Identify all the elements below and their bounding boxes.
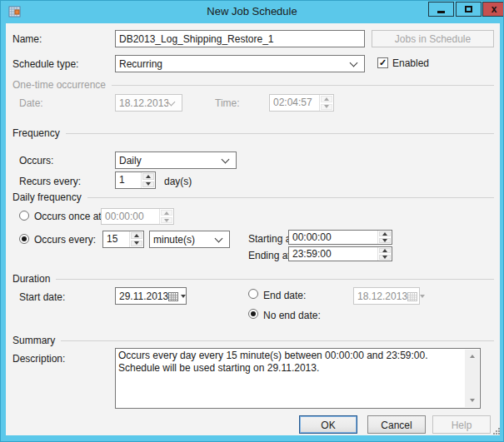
arrow-up-icon <box>470 355 475 358</box>
occurs-every-value: 15 <box>103 231 129 247</box>
summary-group-label: Summary <box>12 335 55 346</box>
minimize-button[interactable] <box>428 2 454 17</box>
start-date-picker[interactable]: 29.11.2013 <box>115 287 187 305</box>
group-divider <box>66 133 494 134</box>
chevron-down-icon <box>215 234 223 242</box>
group-divider <box>61 340 494 341</box>
recurs-every-label: Recurs every: <box>19 176 81 187</box>
check-icon: ✓ <box>379 57 387 67</box>
daily-frequency-group: Daily frequency <box>12 191 494 203</box>
arrow-up-icon <box>164 211 169 215</box>
jobs-in-schedule-button[interactable]: Jobs in Schedule <box>372 30 494 47</box>
spinner-down-button[interactable] <box>161 217 172 223</box>
no-end-date-label: No end date: <box>263 310 321 321</box>
every-unit-value: minute(s) <box>153 234 216 246</box>
spinner-up-button[interactable] <box>142 173 154 180</box>
spinner-up-button[interactable] <box>321 96 332 102</box>
chevron-down-icon <box>350 58 358 67</box>
spinner-down-button[interactable] <box>379 238 391 243</box>
ok-button[interactable]: OK <box>299 415 357 434</box>
spinner-up-button[interactable] <box>379 231 391 236</box>
chevron-down-icon <box>167 97 176 106</box>
spinner-up-button[interactable] <box>161 210 172 216</box>
arrow-down-icon <box>164 219 169 222</box>
duration-group-label: Duration <box>12 273 50 285</box>
occurs-select[interactable]: Daily <box>115 151 237 169</box>
one-time-time-spinner[interactable]: 02:04:57 <box>269 94 334 112</box>
group-divider <box>112 85 494 86</box>
arrow-down-icon <box>324 105 329 108</box>
description-label: Description: <box>12 353 65 365</box>
schedule-type-select[interactable]: Recurring <box>115 55 365 72</box>
calendar-icon <box>168 291 178 301</box>
one-time-occurrence-group: One-time occurrence <box>12 79 494 91</box>
end-date-radio[interactable] <box>248 289 258 299</box>
spinner-up-button[interactable] <box>379 248 391 253</box>
every-unit-select[interactable]: minute(s) <box>149 231 230 248</box>
spinner-down-button[interactable] <box>379 255 391 260</box>
summary-group: Summary <box>12 335 494 346</box>
name-input[interactable] <box>115 30 365 47</box>
arrow-down-icon <box>470 399 475 402</box>
calendar-icon <box>407 291 417 301</box>
arrow-up-icon <box>324 97 329 101</box>
occurs-once-time-spinner[interactable]: 00:00:00 <box>101 208 174 225</box>
arrow-down-icon <box>134 241 139 245</box>
description-text: Occurs every day every 15 minute(s) betw… <box>118 350 462 406</box>
scroll-down-button[interactable] <box>465 394 479 407</box>
occurs-label: Occurs: <box>19 155 53 166</box>
starting-at-spinner[interactable]: 00:00:00 <box>288 230 392 245</box>
enabled-label: Enabled <box>392 57 429 69</box>
one-time-date-select[interactable]: 18.12.2013 <box>115 94 182 112</box>
date-label: Date: <box>19 97 43 109</box>
name-label: Name: <box>12 33 42 45</box>
cancel-button[interactable]: Cancel <box>367 415 426 434</box>
one-time-date-value: 18.12.2013 <box>119 97 168 109</box>
duration-group: Duration <box>12 273 494 285</box>
start-date-value: 29.11.2013 <box>119 291 168 302</box>
scroll-up-button[interactable] <box>465 350 479 363</box>
arrow-down-icon <box>382 239 387 242</box>
spinner-up-button[interactable] <box>131 232 142 239</box>
arrow-up-icon <box>382 249 387 252</box>
enabled-checkbox[interactable]: ✓ <box>377 57 388 68</box>
ending-at-spinner[interactable]: 23:59:00 <box>288 246 392 261</box>
titlebar[interactable]: New Job Schedule x <box>1 1 503 23</box>
one-time-group-label: One-time occurrence <box>12 79 106 91</box>
daily-frequency-group-label: Daily frequency <box>12 191 82 203</box>
new-job-schedule-dialog: New Job Schedule x Name: Jobs in Schedul… <box>0 0 504 442</box>
help-button[interactable]: Help <box>432 415 491 434</box>
occurs-once-time-value: 00:00:00 <box>102 209 159 224</box>
end-date-picker[interactable]: 18.12.2013 <box>353 287 420 305</box>
recurs-every-spinner[interactable]: 1 <box>115 171 156 189</box>
ending-at-label: Ending at: <box>248 250 293 261</box>
schedule-type-label: Schedule type: <box>12 58 78 70</box>
arrow-up-icon <box>146 175 151 178</box>
occurs-once-label: Occurs once at: <box>34 211 104 222</box>
scrollbar[interactable] <box>465 350 479 407</box>
spinner-down-button[interactable] <box>321 104 332 111</box>
time-label: Time: <box>215 97 240 109</box>
no-end-date-radio[interactable] <box>248 309 258 319</box>
starting-at-value: 00:00:00 <box>289 231 377 244</box>
arrow-down-icon <box>146 182 151 186</box>
spinner-down-button[interactable] <box>131 241 142 247</box>
resize-grip[interactable] <box>492 424 501 439</box>
one-time-time-value: 02:04:57 <box>270 95 319 111</box>
occurs-once-radio[interactable] <box>19 211 29 221</box>
recurs-every-value: 1 <box>116 172 141 188</box>
frequency-group-label: Frequency <box>12 127 60 139</box>
start-date-label: Start date: <box>19 291 65 303</box>
close-button[interactable]: x <box>482 2 504 17</box>
occurs-every-spinner[interactable]: 15 <box>102 231 144 248</box>
chevron-down-icon <box>222 155 230 163</box>
description-textarea[interactable]: Occurs every day every 15 minute(s) betw… <box>115 348 481 409</box>
group-divider <box>87 197 494 198</box>
occurs-value: Daily <box>119 155 222 166</box>
arrow-down-icon <box>420 295 425 298</box>
occurs-every-radio[interactable] <box>19 234 29 244</box>
maximize-button[interactable] <box>456 2 482 17</box>
arrow-down-icon <box>382 256 387 259</box>
spinner-down-button[interactable] <box>142 181 154 188</box>
recurs-unit-label: day(s) <box>164 176 192 187</box>
